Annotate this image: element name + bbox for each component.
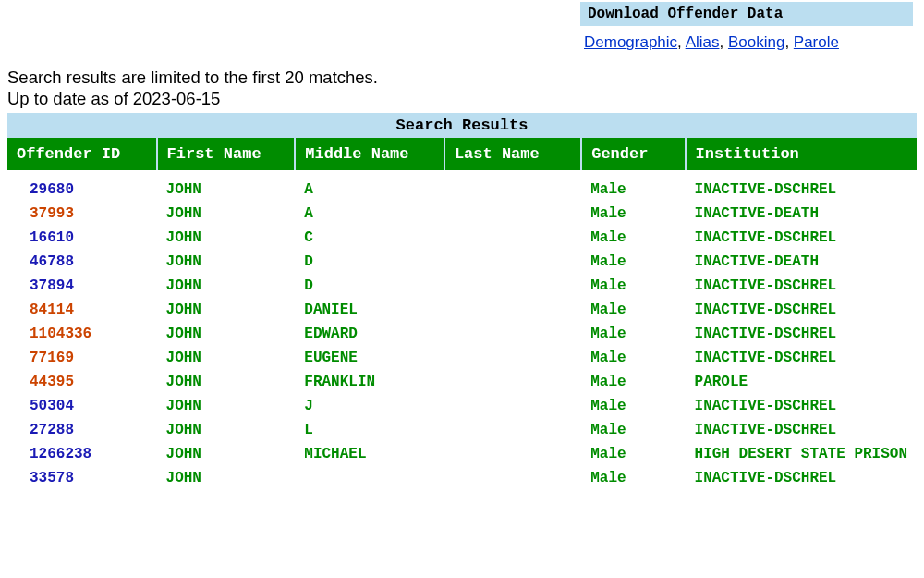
table-row: 84114JOHNDANIELMaleINACTIVE-DSCHREL (7, 298, 917, 322)
cell-offender-id: 29680 (7, 170, 157, 202)
cell-last-name (444, 226, 581, 250)
cell-institution: INACTIVE-DSCHREL (686, 274, 917, 298)
cell-gender: Male (581, 298, 685, 322)
offender-id-link[interactable]: 77169 (30, 350, 74, 366)
table-row: 1104336JOHNEDWARDMaleINACTIVE-DSCHREL (7, 322, 917, 346)
cell-first-name: JOHN (157, 170, 296, 202)
cell-institution: INACTIVE-DSCHREL (686, 346, 917, 370)
col-first-name: First Name (157, 138, 296, 170)
cell-first-name: JOHN (157, 346, 296, 370)
results-table: Offender ID First Name Middle Name Last … (7, 138, 917, 490)
cell-offender-id: 37894 (7, 274, 157, 298)
table-row: 37993JOHNAMaleINACTIVE-DEATH (7, 202, 917, 226)
col-institution: Institution (686, 138, 917, 170)
cell-offender-id: 77169 (7, 346, 157, 370)
cell-middle-name: A (295, 170, 444, 202)
cell-last-name (444, 202, 581, 226)
offender-id-link[interactable]: 16610 (30, 229, 74, 246)
cell-middle-name: FRANKLIN (295, 370, 444, 394)
offender-id-link[interactable]: 29680 (30, 181, 74, 198)
offender-id-link[interactable]: 1266238 (30, 446, 91, 462)
info-line1: Search results are limited to the first … (7, 68, 378, 87)
cell-institution: INACTIVE-DSCHREL (686, 418, 917, 442)
cell-gender: Male (581, 322, 685, 346)
cell-gender: Male (581, 466, 685, 490)
cell-first-name: JOHN (157, 274, 296, 298)
cell-middle-name: D (295, 274, 444, 298)
cell-gender: Male (581, 370, 685, 394)
cell-last-name (444, 394, 581, 418)
table-row: 77169JOHNEUGENEMaleINACTIVE-DSCHREL (7, 346, 917, 370)
cell-offender-id: 44395 (7, 370, 157, 394)
cell-first-name: JOHN (157, 466, 296, 490)
table-row: 16610JOHNCMaleINACTIVE-DSCHREL (7, 226, 917, 250)
cell-last-name (444, 322, 581, 346)
cell-gender: Male (581, 250, 685, 274)
cell-last-name (444, 442, 581, 466)
cell-last-name (444, 466, 581, 490)
cell-middle-name: C (295, 226, 444, 250)
cell-first-name: JOHN (157, 202, 296, 226)
cell-gender: Male (581, 274, 685, 298)
download-links: Demographic, Alias, Booking, Parole (580, 26, 913, 59)
cell-institution: PAROLE (686, 370, 917, 394)
col-last-name: Last Name (444, 138, 581, 170)
info-line2: Up to date as of 2023-06-15 (7, 89, 220, 108)
cell-last-name (444, 250, 581, 274)
cell-first-name: JOHN (157, 394, 296, 418)
download-link-alias[interactable]: Alias (686, 33, 720, 51)
download-header: Download Offender Data (580, 2, 913, 26)
cell-institution: INACTIVE-DSCHREL (686, 394, 917, 418)
cell-offender-id: 84114 (7, 298, 157, 322)
cell-institution: INACTIVE-DSCHREL (686, 170, 917, 202)
cell-offender-id: 16610 (7, 226, 157, 250)
offender-id-link[interactable]: 37894 (30, 277, 74, 294)
download-section: Download Offender Data Demographic, Alia… (580, 2, 913, 59)
cell-last-name (444, 418, 581, 442)
table-row: 44395JOHNFRANKLINMalePAROLE (7, 370, 917, 394)
offender-id-link[interactable]: 27288 (30, 422, 74, 438)
offender-id-link[interactable]: 1104336 (30, 326, 91, 342)
cell-last-name (444, 370, 581, 394)
cell-offender-id: 1104336 (7, 322, 157, 346)
cell-gender: Male (581, 418, 685, 442)
offender-id-link[interactable]: 50304 (30, 398, 74, 414)
download-link-booking[interactable]: Booking (728, 33, 784, 51)
cell-institution: INACTIVE-DSCHREL (686, 226, 917, 250)
cell-institution: INACTIVE-DEATH (686, 250, 917, 274)
offender-id-link[interactable]: 37993 (30, 205, 74, 222)
cell-offender-id: 1266238 (7, 442, 157, 466)
cell-middle-name: L (295, 418, 444, 442)
cell-middle-name: A (295, 202, 444, 226)
cell-first-name: JOHN (157, 418, 296, 442)
cell-middle-name: EDWARD (295, 322, 444, 346)
cell-first-name: JOHN (157, 226, 296, 250)
cell-offender-id: 27288 (7, 418, 157, 442)
cell-gender: Male (581, 226, 685, 250)
cell-offender-id: 33578 (7, 466, 157, 490)
download-link-demographic[interactable]: Demographic (584, 33, 677, 51)
offender-id-link[interactable]: 44395 (30, 374, 74, 390)
cell-last-name (444, 298, 581, 322)
offender-id-link[interactable]: 33578 (30, 470, 74, 486)
cell-middle-name: J (295, 394, 444, 418)
cell-institution: INACTIVE-DSCHREL (686, 466, 917, 490)
offender-id-link[interactable]: 46788 (30, 253, 74, 270)
table-row: 1266238JOHNMICHAELMaleHIGH DESERT STATE … (7, 442, 917, 466)
cell-gender: Male (581, 346, 685, 370)
table-row: 46788JOHNDMaleINACTIVE-DEATH (7, 250, 917, 274)
cell-middle-name: MICHAEL (295, 442, 444, 466)
table-row: 27288JOHNLMaleINACTIVE-DSCHREL (7, 418, 917, 442)
offender-id-link[interactable]: 84114 (30, 301, 74, 318)
cell-gender: Male (581, 202, 685, 226)
table-row: 33578JOHNMaleINACTIVE-DSCHREL (7, 466, 917, 490)
cell-first-name: JOHN (157, 370, 296, 394)
download-link-parole[interactable]: Parole (794, 33, 839, 51)
cell-middle-name: DANIEL (295, 298, 444, 322)
cell-gender: Male (581, 394, 685, 418)
cell-gender: Male (581, 442, 685, 466)
cell-last-name (444, 346, 581, 370)
table-header-row: Offender ID First Name Middle Name Last … (7, 138, 917, 170)
info-text: Search results are limited to the first … (0, 59, 924, 113)
cell-gender: Male (581, 170, 685, 202)
